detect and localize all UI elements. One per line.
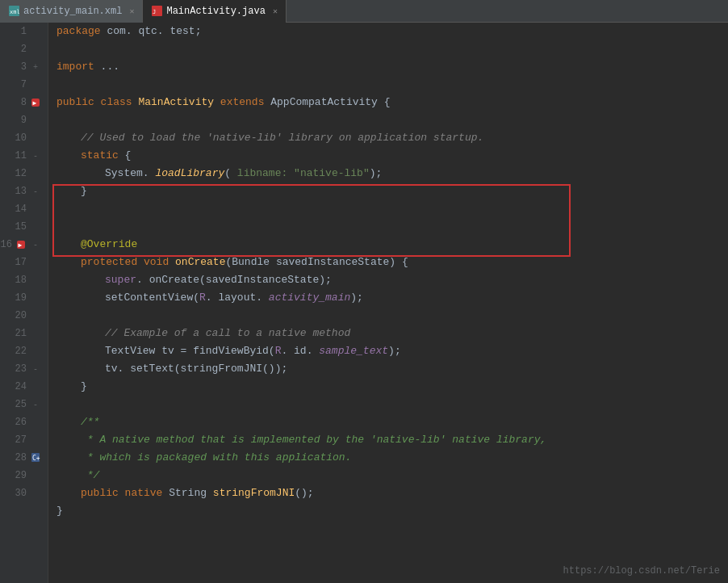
tab-java[interactable]: J MainActivity.java ✕ <box>143 0 286 23</box>
tab-xml[interactable]: xml activity_main.xml ✕ <box>0 0 143 23</box>
line-num-19: 19 <box>10 292 27 304</box>
fold-icon-23[interactable]: - <box>30 363 41 375</box>
code-line-13: } <box>56 182 720 200</box>
close-brace-13: } <box>81 182 87 200</box>
tab-xml-label: activity_main.xml <box>23 6 122 17</box>
kw-class: class <box>101 94 139 111</box>
code-line-22: TextView tv = findViewByid(R. id. sample… <box>56 342 720 360</box>
classname-mainactivity: MainActivity <box>138 94 220 111</box>
close-paren-17: ) { <box>389 254 408 271</box>
code-line-26: /** <box>56 413 720 431</box>
line-num-12: 12 <box>10 168 27 179</box>
code-line-20 <box>56 307 720 325</box>
code-line-27: * A native method that is implemented by… <box>56 431 720 449</box>
kw-protected: protected <box>81 254 144 271</box>
type-string: String <box>169 484 213 502</box>
gutter-row-20: 20 <box>0 307 48 325</box>
gutter-icon-29 <box>30 470 41 481</box>
svg-text:J: J <box>153 9 156 15</box>
paren-12: ( <box>224 165 237 182</box>
method-super-oncreate: onCreate(savedInstanceState); <box>149 271 332 289</box>
tab-java-close[interactable]: ✕ <box>273 6 278 16</box>
fold-icon-25[interactable]: - <box>30 399 41 410</box>
line-num-15: 15 <box>10 221 27 233</box>
open-brace-8: { <box>384 94 391 111</box>
kw-void: void <box>144 254 175 271</box>
keyword-package: package <box>56 23 107 40</box>
code-line-2 <box>56 40 720 58</box>
line-num-26: 26 <box>10 417 27 428</box>
line-num-8: 8 <box>10 97 27 108</box>
empty-parens-30: (); <box>295 484 313 502</box>
code-line-24: } <box>56 378 720 396</box>
r-ref-22: R <box>275 342 282 360</box>
kw-extends: extends <box>220 94 270 111</box>
keyword-import: import <box>56 58 101 76</box>
bookmark-icon-28[interactable]: C++ <box>30 452 41 463</box>
gutter-row-16: 16 ▶ - <box>0 236 48 254</box>
tab-java-label: MainActivity.java <box>166 6 265 17</box>
dot-22: . id. <box>281 342 319 360</box>
gutter-row-7: 7 <box>0 76 48 94</box>
code-area[interactable]: package com. qtc. test; import ... publi… <box>48 23 728 583</box>
fold-icon-11[interactable]: - <box>30 150 41 161</box>
gutter-row-30: 30 <box>0 484 48 502</box>
line-num-16: 16 <box>0 239 12 250</box>
gutter-icon-24 <box>30 381 41 392</box>
gutter-row-13: 13 - <box>0 182 48 200</box>
code-line-8: public class MainActivity extends AppCom… <box>56 94 720 111</box>
close-22: ); <box>388 342 401 360</box>
close-paren-12: ); <box>370 165 383 182</box>
code-line-14 <box>56 200 720 218</box>
gutter-icon-16: ▶ <box>15 239 27 250</box>
line-num-23: 23 <box>10 363 27 375</box>
kw-static: static <box>81 147 125 165</box>
gutter-row-17: 17 <box>0 254 48 271</box>
java-icon: J <box>151 6 162 17</box>
close-brace-24: } <box>81 378 87 396</box>
gutter-icon-27 <box>30 434 41 446</box>
gutter-row-24: 24 <box>0 378 48 396</box>
gutter-row-9: 9 <box>0 111 48 129</box>
code-line-17: protected void onCreate(Bundle savedInst… <box>56 254 720 271</box>
line-num-14: 14 <box>10 203 27 215</box>
tab-xml-close[interactable]: ✕ <box>129 6 134 16</box>
id-sample-text: sample_text <box>319 342 388 360</box>
gutter-row-14: 14 <box>0 200 48 218</box>
close-19: ); <box>350 289 363 307</box>
param-libname: libname: <box>237 165 294 182</box>
editor: 1 2 3 + 7 8 ▶ 9 10 <box>0 23 728 583</box>
line-num-25: 25 <box>10 399 27 410</box>
gutter-icon-7 <box>30 79 41 90</box>
watermark: https://blog.csdn.net/Terie <box>563 565 720 577</box>
fold-icon-3[interactable]: + <box>30 61 41 73</box>
line-num-7: 7 <box>10 79 27 90</box>
open-brace-11: { <box>125 147 132 165</box>
run-icon-8[interactable]: ▶ <box>30 97 41 108</box>
kw-native: native <box>125 484 169 502</box>
gutter-icon-9 <box>30 115 41 126</box>
code-line-25 <box>56 396 720 413</box>
code-line-1: package com. qtc. test; <box>56 23 720 40</box>
param-savedinstancestate: savedInstanceState <box>276 254 389 271</box>
svg-text:C++: C++ <box>32 455 40 462</box>
line-num-20: 20 <box>10 310 27 321</box>
code-line-9 <box>56 111 720 129</box>
kw-super: super <box>105 271 136 289</box>
gutter-row-22: 22 <box>0 342 48 360</box>
gutter-row-15: 15 <box>0 218 48 236</box>
method-settext: tv. setText(stringFromJNI()); <box>105 360 287 378</box>
gutter-icon-12 <box>30 168 41 179</box>
gutter-row-2: 2 <box>0 40 48 58</box>
gutter-icon-2 <box>30 44 41 55</box>
gutter-row-1: 1 <box>0 23 48 40</box>
fold-icon-16[interactable]: - <box>30 239 41 250</box>
fold-icon-13[interactable]: - <box>30 186 41 197</box>
line-num-21: 21 <box>10 328 27 339</box>
gutter-row-10: 10 <box>0 129 48 147</box>
xml-icon: xml <box>8 6 19 17</box>
gutter-row-19: 19 <box>0 289 48 307</box>
type-textview: TextView tv = findViewByid( <box>105 342 275 360</box>
line-num-22: 22 <box>10 346 27 357</box>
import-dots: ... <box>101 58 119 76</box>
